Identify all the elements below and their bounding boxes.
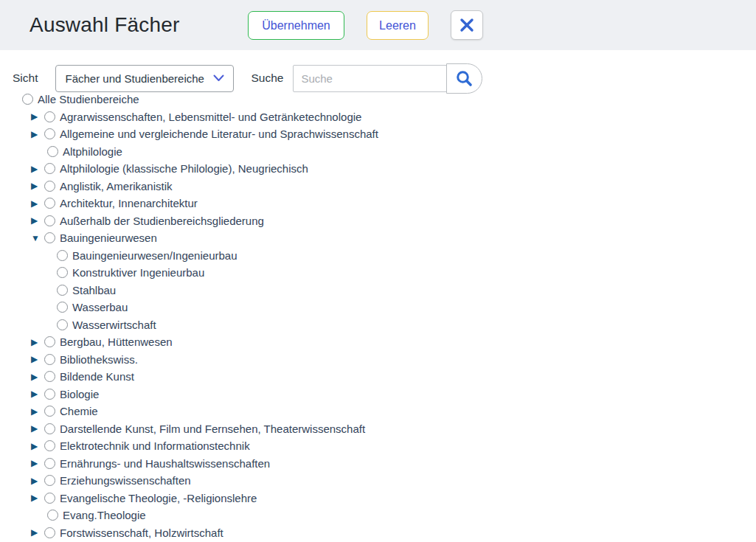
radio-button[interactable]	[44, 406, 55, 417]
tree-item-label[interactable]: Erziehungswissenschaften	[60, 474, 191, 487]
radio-button[interactable]	[57, 250, 68, 261]
tree-item-label[interactable]: Agrarwissenschaften, Lebensmittel- und G…	[60, 111, 361, 123]
radio-button[interactable]	[44, 163, 55, 174]
expand-icon[interactable]: ▶	[31, 476, 41, 485]
tree-item-label[interactable]: Forstwissenschaft, Holzwirtschaft	[60, 527, 223, 539]
expand-icon[interactable]: ▶	[31, 493, 41, 502]
tree-item-label[interactable]: Altphilologie (klassische Philologie), N…	[60, 162, 308, 175]
expand-icon[interactable]: ▶	[31, 112, 41, 121]
tree-row: ▶Ernährungs- und Haushaltswissenschaften	[0, 455, 756, 473]
dialog-header: Auswahl Fächer Übernehmen Leeren	[0, 0, 756, 50]
tree-row: ▶Erziehungswissenschaften	[0, 472, 756, 490]
tree-item-label[interactable]: Stahlbau	[72, 284, 116, 296]
radio-button[interactable]	[44, 198, 55, 209]
tree-row: ▶Biologie	[0, 386, 756, 403]
expand-icon[interactable]: ▶	[31, 338, 41, 347]
tree-item-label[interactable]: Bergbau, Hüttenwesen	[60, 336, 173, 348]
tree-item-label[interactable]: Außerhalb der Studienbereichsgliederung	[60, 215, 264, 227]
view-select[interactable]: Fächer und Studienbereiche	[55, 65, 234, 92]
tree-row: Wasserwirtschaft	[0, 316, 756, 334]
expand-icon[interactable]: ▶	[31, 199, 41, 208]
clear-button[interactable]: Leeren	[367, 11, 429, 40]
tree-row: ▶Altphilologie (klassische Philologie), …	[0, 160, 756, 178]
tree-row: ▶Bildende Kunst	[0, 368, 756, 386]
subject-tree: Alle Studienbereiche▶Agrarwissenschaften…	[0, 91, 756, 541]
tree-item-label[interactable]: Allgemeine und vergleichende Literatur- …	[60, 128, 378, 140]
tree-item-label[interactable]: Biologie	[60, 388, 99, 400]
radio-button[interactable]	[44, 458, 55, 469]
expand-icon[interactable]: ▶	[31, 181, 41, 190]
close-button[interactable]	[451, 10, 483, 40]
tree-item-label[interactable]: Bauingenieurwesen	[60, 232, 157, 244]
radio-button[interactable]	[44, 215, 55, 226]
radio-button[interactable]	[44, 336, 55, 347]
radio-button[interactable]	[44, 389, 55, 400]
tree-row: ▼Bauingenieurwesen	[0, 229, 756, 247]
tree-item-label[interactable]: Chemie	[60, 405, 98, 417]
expand-icon[interactable]: ▶	[31, 424, 41, 433]
tree-item-label[interactable]: Elektrotechnik und Informationstechnik	[60, 439, 250, 452]
radio-button[interactable]	[44, 111, 55, 122]
tree-item-label[interactable]: Alle Studienbereiche	[38, 93, 139, 105]
radio-button[interactable]	[44, 371, 55, 382]
expand-icon[interactable]: ▶	[31, 459, 41, 468]
radio-button[interactable]	[47, 510, 58, 521]
tree-item-label[interactable]: Wasserbau	[72, 301, 128, 313]
radio-button[interactable]	[44, 354, 55, 365]
expand-icon[interactable]: ▶	[31, 407, 41, 416]
tree-row: Altphilologie	[0, 143, 756, 161]
search-label: Suche	[251, 72, 283, 85]
view-select-value: Fächer und Studienbereiche	[65, 72, 204, 85]
tree-row: ▶Architektur, Innenarchitektur	[0, 195, 756, 212]
search-icon	[455, 69, 474, 88]
tree-item-label[interactable]: Bibliothekswiss.	[60, 353, 138, 366]
radio-button[interactable]	[47, 146, 58, 157]
chevron-down-icon	[213, 74, 224, 82]
radio-button[interactable]	[57, 267, 68, 278]
expand-icon[interactable]: ▶	[31, 372, 41, 381]
radio-button[interactable]	[44, 232, 55, 243]
expand-icon[interactable]: ▶	[31, 355, 41, 364]
tree-item-label[interactable]: Evang.Theologie	[63, 509, 146, 521]
radio-button[interactable]	[44, 423, 55, 434]
tree-row: ▶Evangelische Theologie, -Religionslehre	[0, 490, 756, 507]
tree-item-label[interactable]: Konstruktiver Ingenieurbau	[72, 266, 204, 279]
radio-button[interactable]	[44, 527, 55, 538]
radio-button[interactable]	[44, 128, 55, 139]
search-button[interactable]	[446, 63, 482, 94]
tree-item-label[interactable]: Architektur, Innenarchitektur	[60, 197, 198, 209]
collapse-icon[interactable]: ▼	[31, 234, 41, 243]
apply-button[interactable]: Übernehmen	[248, 11, 344, 40]
tree-item-label[interactable]: Wasserwirtschaft	[72, 319, 156, 331]
tree-row: Konstruktiver Ingenieurbau	[0, 264, 756, 282]
tree-row: Evang.Theologie	[0, 507, 756, 524]
expand-icon[interactable]: ▶	[31, 130, 41, 139]
expand-icon[interactable]: ▶	[31, 442, 41, 451]
tree-item-label[interactable]: Bildende Kunst	[60, 370, 134, 383]
tree-row: ▶Elektrotechnik und Informationstechnik	[0, 437, 756, 455]
radio-button[interactable]	[44, 181, 55, 192]
tree-row: Alle Studienbereiche	[0, 91, 756, 108]
tree-row: ▶Allgemeine und vergleichende Literatur-…	[0, 125, 756, 143]
tree-item-label[interactable]: Darstellende Kunst, Film und Fernsehen, …	[60, 423, 365, 435]
radio-button[interactable]	[44, 440, 55, 451]
tree-row: ▶Bibliothekswiss.	[0, 351, 756, 369]
radio-button[interactable]	[57, 302, 68, 313]
expand-icon[interactable]: ▶	[31, 528, 41, 537]
expand-icon[interactable]: ▶	[31, 389, 41, 398]
expand-icon[interactable]: ▶	[31, 164, 41, 173]
radio-button[interactable]	[22, 94, 33, 105]
tree-item-label[interactable]: Anglistik, Amerikanistik	[60, 180, 173, 192]
search-input[interactable]	[293, 65, 447, 92]
tree-item-label[interactable]: Ernährungs- und Haushaltswissenschaften	[60, 457, 270, 470]
tree-item-label[interactable]: Altphilologie	[63, 145, 122, 158]
tree-row: ▶Agrarwissenschaften, Lebensmittel- und …	[0, 108, 756, 126]
radio-button[interactable]	[44, 475, 55, 486]
radio-button[interactable]	[57, 285, 68, 296]
tree-item-label[interactable]: Evangelische Theologie, -Religionslehre	[60, 492, 257, 504]
expand-icon[interactable]: ▶	[31, 216, 41, 225]
tree-item-label[interactable]: Bauingenieurwesen/Ingenieurbau	[72, 249, 237, 262]
radio-button[interactable]	[44, 493, 55, 504]
close-icon	[460, 18, 474, 32]
radio-button[interactable]	[57, 319, 68, 330]
